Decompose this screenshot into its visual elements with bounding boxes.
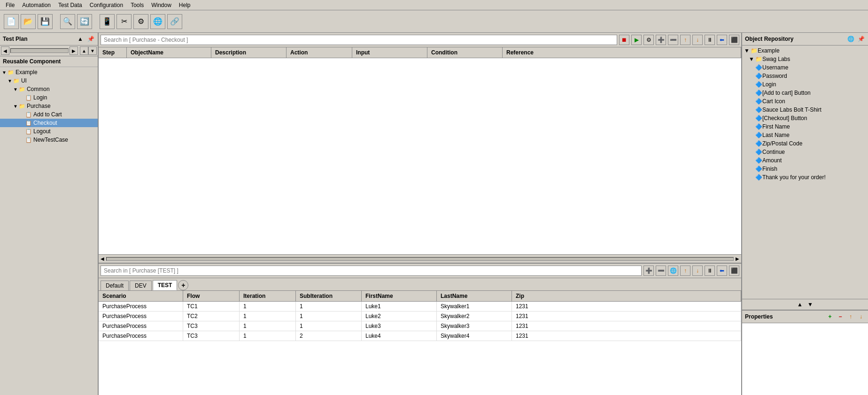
lower-grid-row-0[interactable]: PurchaseProcessTC111Luke1Skywalker11231 (99, 302, 741, 311)
move-up-step-btn[interactable]: ↑ (680, 35, 690, 45)
refresh-button[interactable]: 🔄 (77, 14, 92, 29)
repo-item-amount[interactable]: 🔷 Amount (742, 156, 868, 165)
lower-maximize-btn[interactable]: ⬛ (729, 266, 739, 276)
menu-automation[interactable]: Automation (18, 1, 54, 9)
stop-button[interactable]: ⏹ (619, 35, 629, 45)
tree-item-ui[interactable]: ▼ 📁 UI (0, 76, 98, 85)
panel-up-btn[interactable]: ▲ (76, 35, 85, 43)
tab-add-btn[interactable]: + (178, 280, 188, 290)
obj-icon-lastname: 🔷 (755, 132, 762, 138)
tree-item-common[interactable]: ▼ 📁 Common (0, 85, 98, 93)
props-down-btn[interactable]: ↓ (857, 312, 865, 321)
cell-lastname: Skywalker4 (437, 331, 512, 341)
repo-item-lastname[interactable]: 🔷 Last Name (742, 131, 868, 139)
tree-item-example[interactable]: ▼ 📁 Example (0, 68, 98, 76)
lower-search-input[interactable] (101, 266, 642, 276)
menu-file[interactable]: File (2, 1, 18, 9)
lower-down-btn[interactable]: ↓ (692, 266, 703, 276)
expand-repo-example[interactable]: ▼ (744, 47, 750, 54)
scroll-right-btn[interactable]: ▶ (734, 255, 741, 262)
menu-configuration[interactable]: Configuration (86, 1, 127, 9)
settings-button[interactable]: ⚙ (133, 14, 148, 29)
props-remove-btn[interactable]: − (836, 312, 845, 321)
device-button[interactable]: 📱 (100, 14, 115, 29)
globe-button[interactable]: 🌐 (150, 14, 165, 29)
pause-btn[interactable]: ⏸ (705, 35, 715, 45)
lower-remove-btn[interactable]: ➖ (656, 266, 666, 276)
tree-item-addtocart[interactable]: ▶ 📋 Add to Cart (0, 110, 98, 119)
repo-label-login: Login (762, 81, 776, 88)
repo-pin-btn[interactable]: 📌 (857, 35, 865, 43)
divider-down[interactable]: ▼ (806, 300, 814, 309)
save-button[interactable]: 💾 (38, 14, 53, 29)
scroll-left-btn[interactable]: ◀ (99, 255, 106, 262)
lower-import-btn[interactable]: ⬅ (717, 266, 727, 276)
tab-dev[interactable]: DEV (130, 281, 152, 290)
tree-item-logout[interactable]: ▶ 📋 Logout (0, 127, 98, 136)
repo-item-checkout-btn[interactable]: 🔷 [Checkout] Button (742, 114, 868, 122)
upper-search-input[interactable] (101, 35, 617, 45)
move-down-step-btn[interactable]: ↓ (692, 35, 703, 45)
repo-label-carticon: Cart Icon (762, 98, 785, 105)
props-add-btn[interactable]: + (826, 312, 834, 321)
menu-tools[interactable]: Tools (127, 1, 147, 9)
crop-button[interactable]: ✂ (116, 14, 132, 29)
add-step-btn[interactable]: ➕ (656, 35, 666, 45)
settings-run-btn[interactable]: ⚙ (643, 35, 654, 45)
obj-icon-checkout-btn: 🔷 (755, 115, 762, 122)
repo-item-continue[interactable]: 🔷 Continue (742, 148, 868, 156)
tree-item-login[interactable]: ▶ 📋 Login (0, 93, 98, 102)
lower-globe-btn[interactable]: 🌐 (668, 266, 678, 276)
search-button[interactable]: 🔍 (60, 14, 75, 29)
scroll-down[interactable]: ▼ (88, 46, 97, 55)
lower-up-btn[interactable]: ↑ (680, 266, 690, 276)
repo-label-lastname: Last Name (762, 132, 790, 138)
repo-item-product[interactable]: 🔷 Sauce Labs Bolt T-Shirt (742, 106, 868, 114)
open-button[interactable]: 📂 (21, 14, 36, 29)
repo-item-login[interactable]: 🔷 Login (742, 80, 868, 89)
lower-add-btn[interactable]: ➕ (643, 266, 654, 276)
repo-item-finish[interactable]: 🔷 Finish (742, 165, 868, 173)
repo-item-swaglabs[interactable]: ▼ 📁 Swag Labs (742, 55, 868, 63)
new-button[interactable]: 📄 (4, 14, 19, 29)
scroll-up[interactable]: ▲ (80, 46, 88, 55)
scroll-left[interactable]: ◀ (1, 46, 9, 55)
expand-ui[interactable]: ▼ (8, 78, 12, 84)
lower-pause-btn[interactable]: ⏸ (705, 266, 715, 276)
tab-test[interactable]: TEST (153, 280, 178, 290)
maximize-btn[interactable]: ⬛ (729, 35, 739, 45)
expand-common[interactable]: ▼ (13, 87, 18, 92)
tab-default[interactable]: Default (101, 281, 129, 290)
cell-flow: TC1 (183, 302, 240, 311)
repo-item-firstname[interactable]: 🔷 First Name (742, 122, 868, 131)
repo-item-username[interactable]: 🔷 Username (742, 63, 868, 72)
lower-grid-row-3[interactable]: PurchaseProcessTC312Luke4Skywalker41231 (99, 331, 741, 341)
tree-item-purchase[interactable]: ▼ 📁 Purchase (0, 102, 98, 110)
repo-item-example[interactable]: ▼ 📁 Example (742, 46, 868, 55)
menu-testdata[interactable]: Test Data (54, 1, 86, 9)
repo-item-addtocart-btn[interactable]: 🔷 [Add to cart] Button (742, 89, 868, 97)
scroll-right[interactable]: ▶ (70, 46, 78, 55)
lower-grid-row-2[interactable]: PurchaseProcessTC311Luke3Skywalker31231 (99, 321, 741, 331)
tree-item-checkout[interactable]: ▶ 📋 Checkout (0, 119, 98, 127)
props-up-btn[interactable]: ↑ (846, 312, 855, 321)
menu-help[interactable]: Help (175, 1, 194, 9)
lower-grid-row-1[interactable]: PurchaseProcessTC211Luke2Skywalker21231 (99, 311, 741, 321)
expand-repo-swaglabs[interactable]: ▼ (749, 56, 754, 62)
link-button[interactable]: 🔗 (167, 14, 182, 29)
remove-step-btn[interactable]: ➖ (668, 35, 678, 45)
folder-icon-repo-example: 📁 (751, 47, 758, 54)
repo-globe-btn[interactable]: 🌐 (846, 35, 855, 43)
repo-item-password[interactable]: 🔷 Password (742, 72, 868, 80)
import-btn[interactable]: ⬅ (717, 35, 727, 45)
repo-item-thankyou[interactable]: 🔷 Thank you for your order! (742, 173, 868, 182)
repo-item-carticon[interactable]: 🔷 Cart Icon (742, 97, 868, 106)
expand-example[interactable]: ▼ (2, 70, 7, 75)
divider-up[interactable]: ▲ (796, 300, 804, 309)
panel-pin-btn[interactable]: 📌 (86, 35, 95, 43)
repo-item-zip[interactable]: 🔷 Zip/Postal Code (742, 139, 868, 148)
run-button[interactable]: ▶ (631, 35, 642, 45)
menu-window[interactable]: Window (147, 1, 175, 9)
tree-item-newtestcase[interactable]: ▶ 📋 NewTestCase (0, 136, 98, 144)
expand-purchase[interactable]: ▼ (13, 104, 18, 109)
